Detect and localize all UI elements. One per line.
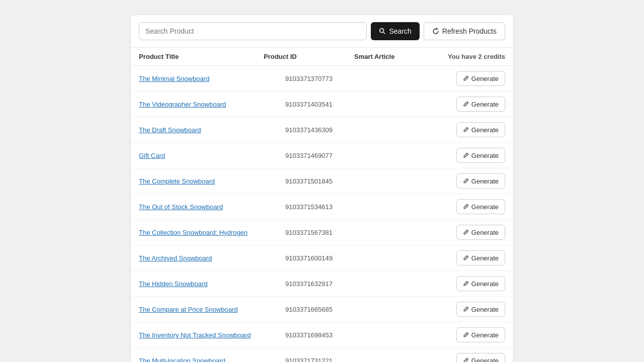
search-button-label: Search (389, 27, 411, 35)
product-title-cell: The Hidden Snowboard (139, 280, 264, 288)
product-title-cell: The Minimal Snowboard (139, 74, 264, 82)
generate-cell: Generate (445, 276, 505, 291)
svg-point-0 (380, 29, 384, 33)
product-link[interactable]: The Out of Stock Snowboard (139, 203, 223, 211)
credits-text: You have 2 credits (445, 53, 505, 60)
generate-button[interactable]: Generate (456, 250, 505, 265)
edit-icon (463, 357, 469, 362)
edit-icon (463, 178, 469, 184)
product-id-cell: 9103371698453 (264, 331, 354, 339)
edit-icon (463, 75, 469, 81)
main-container: Search Refresh Products Product Title Pr… (131, 15, 513, 362)
table-row: The Inventory Not Tracked Snowboard 9103… (131, 322, 513, 348)
generate-button[interactable]: Generate (456, 302, 505, 317)
product-id-cell: 9103371731221 (264, 357, 354, 363)
product-id-cell: 9103371436309 (264, 126, 354, 134)
generate-cell: Generate (445, 302, 505, 317)
product-title-cell: The Collection Snowboard: Hydrogen (139, 228, 264, 236)
product-id-cell: 9103371403541 (264, 101, 354, 108)
generate-cell: Generate (445, 353, 505, 362)
svg-line-1 (384, 32, 385, 34)
product-link[interactable]: The Multi-location Snowboard (139, 357, 225, 362)
generate-button[interactable]: Generate (456, 122, 505, 137)
generate-button[interactable]: Generate (456, 353, 505, 362)
refresh-icon (432, 28, 439, 35)
edit-icon (463, 152, 469, 158)
product-title-cell: The Complete Snowboard (139, 177, 264, 185)
generate-cell: Generate (445, 327, 505, 342)
product-link[interactable]: The Archived Snowboard (139, 254, 212, 262)
col-header-smart-article: Smart Article (354, 53, 445, 60)
product-id-cell: 9103371534613 (264, 203, 354, 211)
edit-icon (463, 281, 469, 287)
generate-cell: Generate (445, 225, 505, 240)
edit-icon (463, 306, 469, 312)
product-link[interactable]: The Minimal Snowboard (139, 75, 209, 82)
toolbar: Search Refresh Products (131, 15, 513, 48)
generate-cell: Generate (445, 71, 505, 86)
edit-icon (463, 255, 469, 261)
search-button[interactable]: Search (371, 22, 419, 40)
table-body: The Minimal Snowboard 9103371370773 Gene… (131, 66, 513, 362)
product-id-cell: 9103371370773 (264, 75, 354, 82)
table-row: Gift Card 9103371469077 Generate (131, 143, 513, 168)
generate-button[interactable]: Generate (456, 327, 505, 342)
generate-button[interactable]: Generate (456, 97, 505, 112)
generate-cell: Generate (445, 148, 505, 163)
product-title-cell: The Compare at Price Snowboard (139, 305, 264, 313)
edit-icon (463, 101, 469, 107)
product-title-cell: The Multi-location Snowboard (139, 356, 264, 362)
table-row: The Minimal Snowboard 9103371370773 Gene… (131, 66, 513, 92)
edit-icon (463, 204, 469, 210)
generate-button[interactable]: Generate (456, 71, 505, 86)
search-input[interactable] (139, 22, 367, 40)
generate-button[interactable]: Generate (456, 199, 505, 214)
product-link[interactable]: The Inventory Not Tracked Snowboard (139, 331, 251, 339)
generate-cell: Generate (445, 250, 505, 265)
product-id-cell: 9103371469077 (264, 152, 354, 159)
col-header-title: Product Title (139, 53, 264, 60)
table-row: The Collection Snowboard: Hydrogen 91033… (131, 220, 513, 245)
refresh-button-label: Refresh Products (442, 27, 497, 35)
table-header: Product Title Product ID Smart Article Y… (131, 48, 513, 66)
table-row: The Compare at Price Snowboard 910337166… (131, 297, 513, 322)
product-link[interactable]: The Complete Snowboard (139, 177, 215, 185)
product-id-cell: 9103371665685 (264, 306, 354, 313)
product-id-cell: 9103371501845 (264, 177, 354, 185)
col-header-id: Product ID (264, 53, 354, 60)
product-title-cell: The Archived Snowboard (139, 254, 264, 262)
product-link[interactable]: The Collection Snowboard: Hydrogen (139, 229, 248, 236)
table-row: The Videographer Snowboard 9103371403541… (131, 92, 513, 117)
product-id-cell: 9103371567381 (264, 229, 354, 236)
table-row: The Multi-location Snowboard 91033717312… (131, 348, 513, 362)
generate-cell: Generate (445, 173, 505, 189)
generate-cell: Generate (445, 97, 505, 112)
edit-icon (463, 332, 469, 338)
product-title-cell: Gift Card (139, 151, 264, 159)
product-id-cell: 9103371600149 (264, 254, 354, 262)
refresh-button[interactable]: Refresh Products (424, 22, 505, 40)
table-row: The Archived Snowboard 9103371600149 Gen… (131, 245, 513, 271)
product-link[interactable]: The Compare at Price Snowboard (139, 306, 238, 313)
generate-cell: Generate (445, 199, 505, 214)
edit-icon (463, 127, 469, 133)
product-link[interactable]: The Hidden Snowboard (139, 280, 208, 288)
product-title-cell: The Draft Snowboard (139, 126, 264, 134)
product-title-cell: The Inventory Not Tracked Snowboard (139, 331, 264, 339)
table-row: The Hidden Snowboard 9103371632917 Gener… (131, 271, 513, 297)
generate-button[interactable]: Generate (456, 276, 505, 291)
product-title-cell: The Videographer Snowboard (139, 100, 264, 108)
table-row: The Complete Snowboard 9103371501845 Gen… (131, 168, 513, 194)
generate-button[interactable]: Generate (456, 173, 505, 189)
table-row: The Draft Snowboard 9103371436309 Genera… (131, 117, 513, 143)
search-icon (379, 28, 386, 35)
product-title-cell: The Out of Stock Snowboard (139, 203, 264, 211)
product-link[interactable]: Gift Card (139, 152, 165, 159)
generate-button[interactable]: Generate (456, 148, 505, 163)
generate-cell: Generate (445, 122, 505, 137)
product-link[interactable]: The Draft Snowboard (139, 126, 201, 134)
product-id-cell: 9103371632917 (264, 280, 354, 288)
product-link[interactable]: The Videographer Snowboard (139, 101, 226, 108)
table-row: The Out of Stock Snowboard 9103371534613… (131, 194, 513, 220)
generate-button[interactable]: Generate (456, 225, 505, 240)
